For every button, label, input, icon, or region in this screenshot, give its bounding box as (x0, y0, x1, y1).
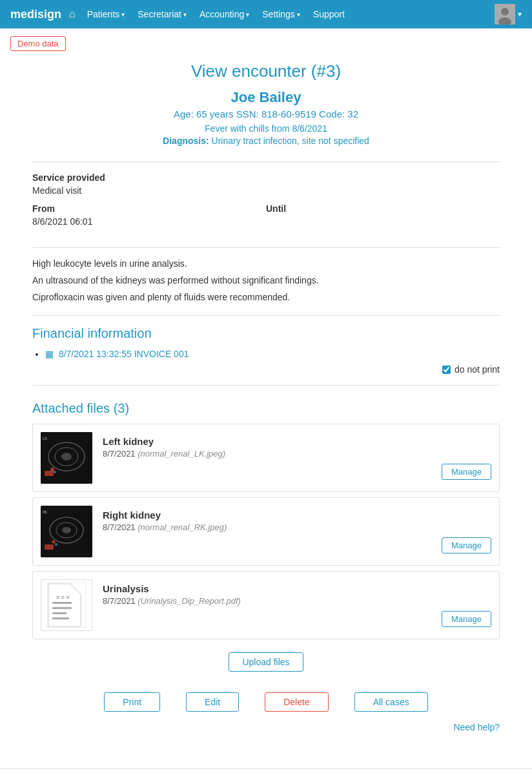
file-date-1: 8/7/2021 (normal_renal_RK.jpeg) (103, 522, 491, 532)
file-thumb-2: ≡ ≡ ≡ (41, 579, 92, 631)
manage-button-0[interactable]: Manage (442, 464, 491, 480)
nav-support[interactable]: Support (308, 6, 350, 22)
encounter-reason: Fever with chills from 8/6/2021 (32, 123, 500, 134)
svg-rect-20 (52, 602, 72, 604)
file-bottom-0: Manage (103, 464, 491, 480)
invoice-icon: ▦ (45, 349, 54, 359)
nav-settings[interactable]: Settings▾ (257, 6, 305, 22)
file-thumb-0: LK (41, 432, 92, 484)
print-button[interactable]: Print (104, 692, 160, 712)
all-cases-button[interactable]: All cases (354, 692, 428, 712)
need-help-link[interactable]: Need help? (453, 722, 500, 732)
page-title: View encounter (#3) (32, 61, 500, 81)
upload-row: Upload files (32, 652, 500, 672)
file-thumb-1: RK (41, 506, 92, 557)
from-col: From 8/6/2021 06:01 (32, 203, 266, 234)
main-content: View encounter (#3) Joe Bailey Age: 65 y… (0, 61, 532, 769)
notes-section: High leukocyte levels in urine analysis.… (32, 247, 500, 302)
do-not-print-row: do not print (32, 364, 500, 375)
file-bottom-2: Manage (103, 611, 491, 627)
file-info-0: Left kidney 8/7/2021 (normal_renal_LK.jp… (103, 436, 491, 480)
delete-button[interactable]: Delete (265, 692, 328, 712)
financial-section: Financial information ▦ 8/7/2021 13:32:5… (32, 315, 500, 375)
file-card-0: LK Left kidney 8/7/2021 (normal_renal_LK… (32, 424, 500, 492)
service-label: Service provided (32, 172, 500, 183)
edit-button[interactable]: Edit (186, 692, 239, 712)
until-col: Until (266, 203, 500, 234)
svg-point-9 (54, 471, 56, 473)
file-name-1: Right kidney (103, 510, 491, 521)
nav-secretariat[interactable]: Secretariat▾ (132, 6, 192, 22)
navbar: medisign ⌂ Patients▾ Secretariat▾ Accoun… (0, 0, 532, 28)
svg-rect-22 (52, 612, 66, 614)
from-until-row: From 8/6/2021 06:01 Until (32, 203, 500, 234)
file-top-1: Right kidney 8/7/2021 (normal_renal_RK.j… (103, 510, 491, 532)
file-info-1: Right kidney 8/7/2021 (normal_renal_RK.j… (103, 510, 491, 553)
demo-badge: Demo data (10, 36, 66, 51)
svg-point-8 (50, 468, 54, 471)
do-not-print-label: do not print (455, 364, 500, 375)
file-info-2: Urinalysis 8/7/2021 (Urinalysis_Dip_Repo… (103, 583, 491, 627)
attached-count: (3) (114, 401, 129, 415)
file-details-1: Right kidney 8/7/2021 (normal_renal_RK.j… (103, 510, 491, 532)
svg-rect-15 (45, 544, 54, 550)
file-details-2: Urinalysis 8/7/2021 (Urinalysis_Dip_Repo… (103, 583, 491, 606)
from-label: From (32, 203, 266, 214)
patient-meta: Age: 65 years SSN: 818-60-9519 Code: 32 (32, 108, 500, 119)
nav-avatar-area[interactable]: ▾ (495, 4, 522, 25)
note-1: High leukocyte levels in urine analysis. (32, 258, 500, 269)
nav-brand[interactable]: medisign (10, 8, 61, 21)
invoice-list: ▦ 8/7/2021 13:32:55 INVOICE 001 (32, 349, 500, 359)
file-card-1: RK Right kidney 8/7/2021 (normal_renal_R… (32, 497, 500, 566)
nav-accounting[interactable]: Accounting▾ (194, 6, 254, 22)
financial-title: Financial information (32, 326, 500, 341)
svg-text:LK: LK (43, 436, 48, 440)
diagnosis-value: Urinary tract infection, site not specif… (212, 136, 369, 146)
file-top-2: Urinalysis 8/7/2021 (Urinalysis_Dip_Repo… (103, 583, 491, 606)
invoice-link-0[interactable]: 8/7/2021 13:32:55 INVOICE 001 (59, 349, 189, 359)
svg-point-16 (52, 541, 56, 544)
action-row: Print Edit Delete All cases (32, 692, 500, 712)
divider-1 (32, 161, 500, 162)
manage-button-2[interactable]: Manage (442, 611, 491, 627)
manage-button-1[interactable]: Manage (442, 537, 491, 553)
svg-point-17 (55, 543, 57, 546)
svg-text:≡ ≡ ≡: ≡ ≡ ≡ (56, 594, 70, 601)
nav-links: Patients▾ Secretariat▾ Accounting▾ Setti… (82, 6, 495, 22)
invoice-item-0: ▦ 8/7/2021 13:32:55 INVOICE 001 (45, 349, 500, 359)
file-date-2: 8/7/2021 (Urinalysis_Dip_Report.pdf) (103, 596, 491, 606)
need-help-row: Need help? (32, 722, 500, 732)
upload-files-button[interactable]: Upload files (229, 652, 303, 672)
file-name-2: Urinalysis (103, 583, 491, 594)
file-card-2: ≡ ≡ ≡ Urinalysis 8/7/2021 (Urinalysis_Di… (32, 571, 500, 639)
svg-point-14 (62, 527, 71, 533)
file-name-0: Left kidney (103, 436, 491, 447)
encounter-diagnosis: Diagnosis: Urinary tract infection, site… (32, 136, 500, 146)
file-bottom-1: Manage (103, 537, 491, 553)
footer: Terms Privacy Contact © 1997- 2021 MediS… (0, 769, 532, 775)
note-2: An ultrasound of the kidneys was perform… (32, 275, 500, 285)
avatar-caret: ▾ (518, 10, 522, 19)
file-date-0: 8/7/2021 (normal_renal_LK.jpeg) (103, 449, 491, 459)
from-value: 8/6/2021 06:01 (32, 216, 266, 227)
svg-point-6 (61, 453, 72, 460)
svg-text:RK: RK (43, 510, 48, 514)
do-not-print-checkbox[interactable] (442, 366, 451, 374)
note-3: Ciprofloxacin was given and plenty of fl… (32, 292, 500, 302)
attached-section: Attached files (3) LK (32, 401, 500, 672)
until-label: Until (266, 203, 500, 214)
file-top-0: Left kidney 8/7/2021 (normal_renal_LK.jp… (103, 436, 491, 459)
svg-rect-7 (45, 471, 54, 476)
patient-name: Joe Bailey (32, 89, 500, 106)
attached-title: Attached files (3) (32, 401, 500, 416)
nav-patients[interactable]: Patients▾ (82, 6, 130, 22)
file-details-0: Left kidney 8/7/2021 (normal_renal_LK.jp… (103, 436, 491, 459)
divider-2 (32, 385, 500, 386)
svg-rect-21 (52, 607, 72, 609)
svg-rect-23 (52, 617, 69, 619)
service-value: Medical visit (32, 185, 500, 196)
svg-point-1 (501, 8, 509, 16)
avatar (495, 4, 515, 25)
home-icon[interactable]: ⌂ (69, 8, 76, 20)
diagnosis-label: Diagnosis: (163, 136, 209, 146)
